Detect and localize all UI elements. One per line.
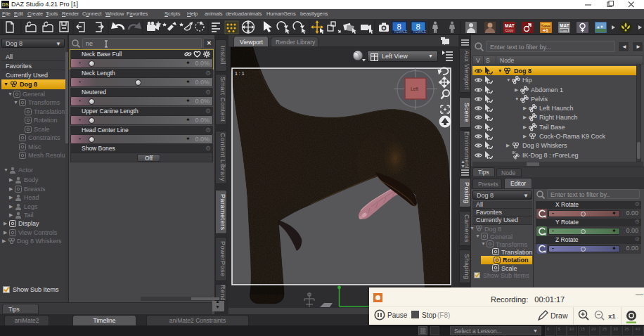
svg-text:Copy: Copy xyxy=(505,28,514,32)
svg-text:FEMALE: FEMALE xyxy=(394,30,407,34)
svg-text:Copy: Copy xyxy=(561,29,567,32)
svg-text:MAT: MAT xyxy=(560,23,569,28)
svg-text:MAT: MAT xyxy=(505,23,515,28)
svg-text:Left: Left xyxy=(411,86,418,91)
svg-text:FEMALE: FEMALE xyxy=(413,30,426,34)
svg-text:+1: +1 xyxy=(543,28,548,33)
svg-text:1 : 1: 1 : 1 xyxy=(235,71,245,76)
